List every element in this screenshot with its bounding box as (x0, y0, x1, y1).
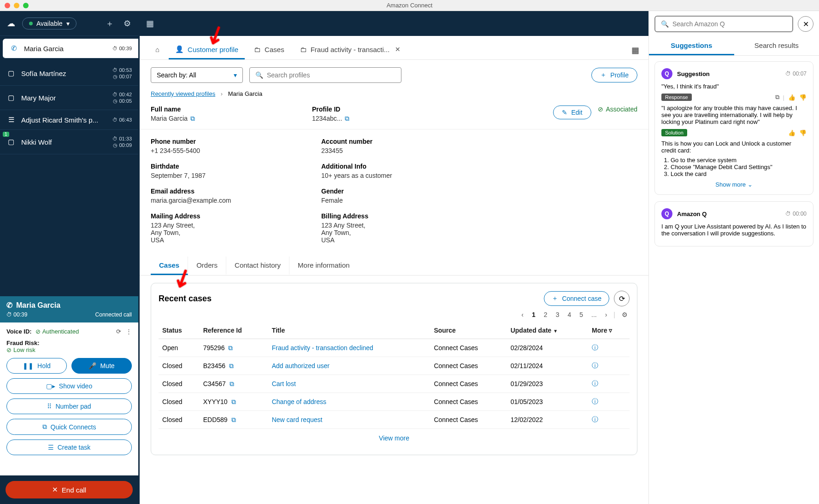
contact-item-maria[interactable]: ✆ Maria Garcia ⏱ 00:39 (3, 39, 138, 59)
copy-icon[interactable]: ⧉ (231, 416, 236, 424)
end-call-button[interactable]: ✕End call (6, 481, 133, 498)
col-title[interactable]: Title (268, 322, 430, 339)
table-row[interactable]: ClosedXYYY10⧉Change of addressConnect Ca… (159, 393, 630, 411)
pager-next[interactable]: › (603, 310, 609, 319)
cases-pager: ‹ 1 2 3 4 5 ... › | ⚙ (159, 310, 630, 319)
add-profile-button[interactable]: ＋Profile (591, 68, 637, 82)
pager-5[interactable]: 5 (577, 310, 585, 319)
agent-status-dropdown[interactable]: Available ▾ (22, 18, 77, 29)
search-profiles-field[interactable]: 🔍 (249, 67, 401, 83)
window-controls[interactable] (5, 3, 29, 8)
recent-cases-title: Recent cases (159, 294, 212, 304)
col-more[interactable]: More ▿ (588, 322, 630, 339)
reload-cases-button[interactable]: ⟳ (614, 291, 630, 306)
apps-grid-icon[interactable]: ▦ (631, 45, 639, 55)
subtab-cases[interactable]: Cases (151, 257, 188, 275)
info-icon[interactable]: ⓘ (592, 398, 598, 405)
contact-item-mary[interactable]: ▢ Mary Major ⏱ 00:42◷ 00:05 (0, 86, 138, 110)
case-title-link[interactable]: Cart lost (272, 380, 296, 387)
table-row[interactable]: ClosedB23456⧉Add authorized userConnect … (159, 357, 630, 375)
copy-icon[interactable]: ⧉ (231, 398, 236, 406)
minimize-window[interactable] (14, 3, 19, 8)
hold-button[interactable]: ❚❚Hold (6, 358, 67, 374)
pager-prev[interactable]: ‹ (519, 310, 525, 319)
more-vertical-icon[interactable]: ⋮ (126, 328, 132, 335)
case-title-link[interactable]: New card request (272, 416, 323, 423)
amazon-q-search-input[interactable] (672, 20, 787, 28)
amazon-q-search-field[interactable]: 🔍 (654, 16, 793, 32)
case-title-link[interactable]: Change of address (272, 398, 326, 405)
col-status[interactable]: Status (159, 322, 200, 339)
show-more-link[interactable]: Show more ⌄ (661, 181, 807, 188)
table-row[interactable]: Open795296⧉Fraud activity - transaction … (159, 339, 630, 357)
col-updated[interactable]: Updated date ▼ (507, 322, 588, 339)
info-icon[interactable]: ⓘ (592, 416, 598, 423)
add-icon[interactable]: ＋ (103, 17, 116, 30)
contact-item-nikki[interactable]: 1 ▢ Nikki Wolf ⏱ 01:33◷ 00:09 (0, 130, 138, 154)
pager-2[interactable]: 2 (542, 310, 549, 319)
pager-1[interactable]: 1 (530, 310, 537, 319)
create-task-button[interactable]: ☰Create task (6, 440, 132, 455)
close-tab-icon[interactable]: ✕ (395, 46, 401, 53)
search-profiles-input[interactable] (267, 71, 395, 79)
info-icon[interactable]: ⓘ (592, 344, 598, 351)
table-settings-icon[interactable]: ⚙ (620, 310, 630, 319)
thumbs-down-icon[interactable]: 👎 (799, 94, 807, 101)
solution-intro: This is how you can Lock and Unlock a cu… (661, 140, 807, 154)
quick-connects-button[interactable]: ⧉Quick Connects (6, 419, 132, 435)
subtab-contact-history[interactable]: Contact history (226, 257, 289, 275)
addl-value: 10+ years as a customer (321, 172, 637, 179)
copy-icon[interactable]: ⧉ (775, 94, 779, 101)
copy-icon[interactable]: ⧉ (229, 362, 234, 370)
info-icon[interactable]: ⓘ (592, 380, 598, 387)
refresh-icon[interactable]: ⟳ (116, 328, 121, 335)
video-icon: ▢▸ (46, 382, 55, 390)
contact-item-sofia[interactable]: ▢ Sofía Martínez ⏱ 00:53◷ 00:07 (0, 61, 138, 86)
calendar-icon[interactable]: ▦ (146, 18, 154, 29)
thumbs-down-icon[interactable]: 👎 (799, 129, 807, 136)
tab-customer-profile[interactable]: 👤Customer profile (169, 41, 245, 59)
thumbs-up-icon[interactable]: 👍 (788, 129, 795, 136)
tab-fraud-activity[interactable]: 🗀Fraud activity - transacti...✕ (294, 41, 407, 59)
subtab-more-info[interactable]: More information (289, 257, 358, 275)
breadcrumb-recent-link[interactable]: Recently viewed profiles (151, 90, 215, 97)
table-row[interactable]: ClosedEDD589⧉New card requestConnect Cas… (159, 411, 630, 429)
task-icon: ☰ (48, 444, 54, 451)
show-video-button[interactable]: ▢▸Show video (6, 378, 132, 394)
tab-home[interactable]: ⌂ (149, 41, 166, 59)
pager-ellipsis: ... (589, 310, 599, 319)
zoom-window[interactable] (23, 3, 29, 8)
case-ref: 795296 (203, 344, 225, 352)
q-avatar-icon: Q (661, 208, 672, 219)
copy-icon[interactable]: ⧉ (345, 115, 349, 122)
mute-button[interactable]: 🎤Mute (71, 358, 132, 374)
contact-item-ricard[interactable]: ☰ Adjust Ricard Smith's p... ⏱ 06:43 (0, 110, 138, 130)
settings-gear-icon[interactable]: ⚙ (121, 17, 134, 30)
table-row[interactable]: ClosedC34567⧉Cart lostConnect Cases01/29… (159, 375, 630, 393)
q-tab-search-results[interactable]: Search results (734, 37, 819, 55)
view-more-cases-link[interactable]: View more (159, 429, 630, 447)
tab-cases[interactable]: 🗀Cases (247, 41, 291, 59)
connect-case-button[interactable]: ＋Connect case (544, 291, 609, 306)
subtab-orders[interactable]: Orders (188, 257, 226, 275)
pager-3[interactable]: 3 (554, 310, 561, 319)
copy-icon[interactable]: ⧉ (230, 380, 234, 388)
q-avatar-icon: Q (661, 68, 672, 79)
case-source: Connect Cases (430, 357, 507, 375)
close-window[interactable] (5, 3, 10, 8)
col-ref[interactable]: Reference Id (200, 322, 268, 339)
case-title-link[interactable]: Fraud activity - transaction declined (272, 344, 373, 352)
copy-icon[interactable]: ⧉ (228, 344, 233, 352)
number-pad-button[interactable]: ⠿Number pad (6, 399, 132, 414)
col-source[interactable]: Source (430, 322, 507, 339)
edit-profile-button[interactable]: ✎Edit (553, 105, 591, 119)
close-q-panel-button[interactable]: ✕ (798, 16, 813, 32)
info-icon[interactable]: ⓘ (592, 362, 598, 369)
pager-4[interactable]: 4 (566, 310, 573, 319)
copy-icon[interactable]: ⧉ (190, 115, 195, 122)
q-tab-suggestions[interactable]: Suggestions (649, 37, 734, 55)
search-by-dropdown[interactable]: Search by: All▾ (151, 67, 243, 83)
thumbs-up-icon[interactable]: 👍 (788, 94, 795, 101)
plus-icon: ＋ (552, 294, 558, 303)
case-title-link[interactable]: Add authorized user (272, 362, 330, 369)
